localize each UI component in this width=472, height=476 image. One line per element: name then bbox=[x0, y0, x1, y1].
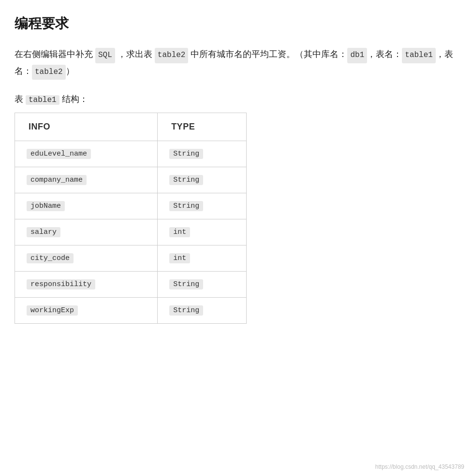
struct-table: INFO TYPE eduLevel_nameStringcompany_nam… bbox=[15, 113, 247, 324]
cell-info-code-1: company_name bbox=[27, 175, 87, 185]
cell-type-3: int bbox=[158, 219, 247, 245]
table-row: city_codeint bbox=[15, 245, 247, 272]
cell-type-code-4: int bbox=[169, 253, 190, 263]
cell-info-1: company_name bbox=[15, 167, 158, 193]
table-row: workingExpString bbox=[15, 298, 247, 324]
table-row: jobNameString bbox=[15, 193, 247, 219]
cell-info-4: city_code bbox=[15, 245, 158, 272]
cell-type-code-5: String bbox=[169, 279, 203, 289]
cell-type-code-6: String bbox=[169, 305, 203, 316]
cell-info-code-2: jobName bbox=[27, 201, 65, 211]
desc-part2: ，求出表 bbox=[115, 49, 155, 59]
desc-part6: ） bbox=[66, 66, 74, 76]
page-title: 编程要求 bbox=[15, 14, 457, 33]
cell-type-1: String bbox=[158, 167, 247, 193]
cell-type-4: int bbox=[158, 245, 247, 272]
table2-tag2: table2 bbox=[32, 65, 66, 80]
cell-type-code-0: String bbox=[169, 149, 203, 159]
table1-tag-desc: table1 bbox=[402, 48, 436, 63]
cell-type-code-3: int bbox=[169, 227, 190, 237]
cell-info-code-0: eduLevel_name bbox=[27, 149, 91, 159]
cell-info-0: eduLevel_name bbox=[15, 141, 158, 167]
cell-type-code-2: String bbox=[169, 201, 203, 211]
cell-type-0: String bbox=[158, 141, 247, 167]
table-label: 表 table1 结构： bbox=[15, 93, 457, 105]
cell-info-3: salary bbox=[15, 219, 158, 245]
col-header-type: TYPE bbox=[158, 113, 247, 141]
table-label-prefix: 表 bbox=[15, 94, 26, 104]
cell-info-code-3: salary bbox=[27, 227, 60, 237]
cell-type-6: String bbox=[158, 298, 247, 324]
desc-part3: 中所有城市名的平均工资。（其中库名： bbox=[188, 49, 347, 59]
cell-info-2: jobName bbox=[15, 193, 158, 219]
desc-part4: ，表名： bbox=[367, 49, 402, 59]
description: 在右侧编辑器中补充 SQL ，求出表 table2 中所有城市名的平均工资。（其… bbox=[15, 46, 457, 80]
table-row: responsibilityString bbox=[15, 272, 247, 298]
sql-tag: SQL bbox=[95, 48, 115, 63]
db1-tag: db1 bbox=[347, 48, 367, 63]
table-label-suffix: 结构： bbox=[59, 94, 88, 104]
table-row: company_nameString bbox=[15, 167, 247, 193]
cell-type-5: String bbox=[158, 272, 247, 298]
desc-part1: 在右侧编辑器中补充 bbox=[15, 49, 95, 59]
cell-info-code-4: city_code bbox=[27, 253, 74, 263]
table2-tag: table2 bbox=[155, 48, 189, 63]
cell-info-6: workingExp bbox=[15, 298, 158, 324]
cell-info-5: responsibility bbox=[15, 272, 158, 298]
cell-type-2: String bbox=[158, 193, 247, 219]
table-row: salaryint bbox=[15, 219, 247, 245]
cell-info-code-5: responsibility bbox=[27, 279, 95, 289]
cell-type-code-1: String bbox=[169, 175, 203, 185]
table1-tag-label: table1 bbox=[26, 95, 59, 105]
table-row: eduLevel_nameString bbox=[15, 141, 247, 167]
col-header-info: INFO bbox=[15, 113, 158, 141]
cell-info-code-6: workingExp bbox=[27, 305, 78, 316]
